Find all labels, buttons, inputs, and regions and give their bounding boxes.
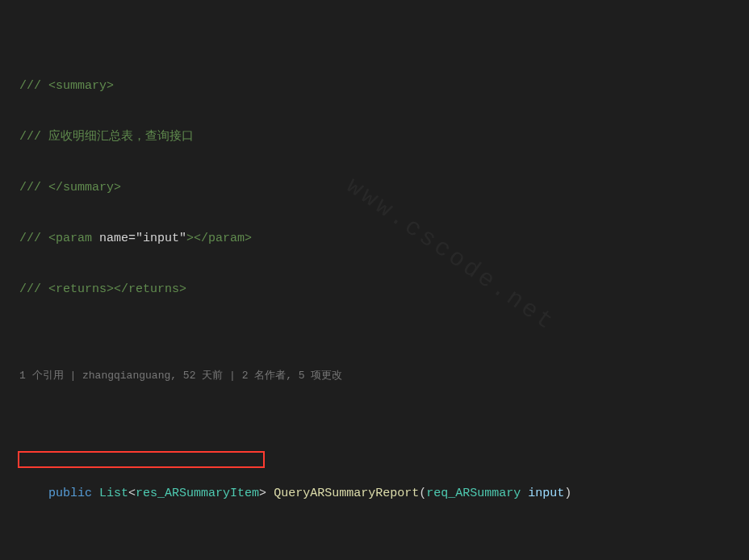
doc-returns: /// <returns></returns> bbox=[0, 281, 749, 298]
codelens-author[interactable]: zhangqianguang, 52 天前 bbox=[82, 370, 223, 382]
doc-summary-close: /// </summary> bbox=[0, 179, 749, 196]
codelens-row[interactable]: 1 个引用 | zhangqianguang, 52 天前 | 2 名作者, 5… bbox=[0, 369, 749, 383]
codelens-changes[interactable]: 2 名作者, 5 项更改 bbox=[242, 370, 343, 382]
doc-param: /// <param name="input"></param> bbox=[0, 230, 749, 247]
codelens-refs[interactable]: 1 个引用 bbox=[19, 370, 64, 382]
code-editor[interactable]: /// <summary> /// 应收明细汇总表，查询接口 /// </sum… bbox=[0, 0, 749, 560]
highlight-box bbox=[18, 451, 265, 468]
method-signature: public List<res_ARSummaryItem> QueryARSu… bbox=[0, 451, 749, 519]
doc-summary-text: /// 应收明细汇总表，查询接口 bbox=[0, 128, 749, 145]
doc-summary-open: /// <summary> bbox=[0, 77, 749, 94]
